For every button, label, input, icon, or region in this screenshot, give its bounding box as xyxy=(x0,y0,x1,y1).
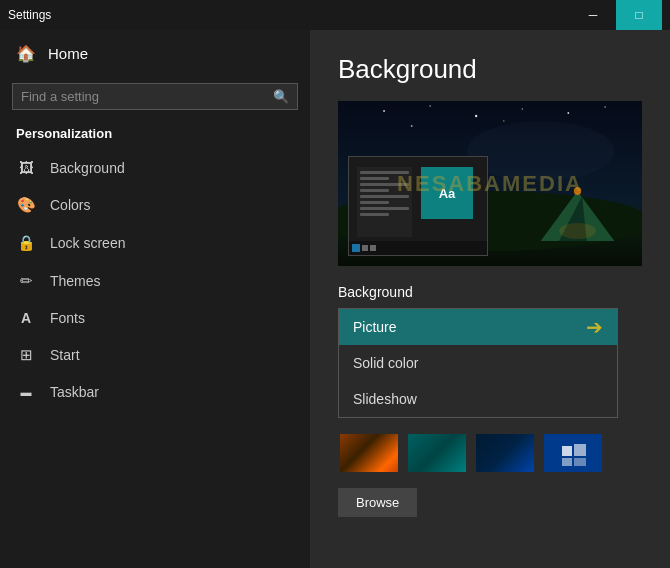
svg-point-5 xyxy=(567,112,569,114)
svg-point-1 xyxy=(383,110,385,112)
svg-point-14 xyxy=(574,187,581,195)
svg-point-3 xyxy=(475,115,477,117)
fonts-icon: A xyxy=(16,310,36,326)
content-area: Background xyxy=(310,30,670,568)
search-icon: 🔍 xyxy=(273,89,289,104)
thumb-image-3 xyxy=(476,434,534,472)
mockup-line-6 xyxy=(360,201,389,204)
home-icon: 🏠 xyxy=(16,44,36,63)
background-icon: 🖼 xyxy=(16,159,36,176)
mockup-line-7 xyxy=(360,207,409,210)
sidebar-item-taskbar[interactable]: ▬ Taskbar xyxy=(0,374,310,410)
svg-point-6 xyxy=(604,106,605,108)
lock-icon: 🔒 xyxy=(16,234,36,252)
thumbnails-row xyxy=(338,432,642,474)
sidebar-item-home[interactable]: 🏠 Home xyxy=(0,30,310,77)
svg-rect-20 xyxy=(574,458,586,466)
sidebar-item-background[interactable]: 🖼 Background xyxy=(0,149,310,186)
mockup-line-5 xyxy=(360,195,409,198)
colors-label: Colors xyxy=(50,197,90,213)
svg-rect-17 xyxy=(562,446,572,456)
taskbar-icon: ▬ xyxy=(16,386,36,398)
themes-label: Themes xyxy=(50,273,101,289)
sidebar: 🏠 Home 🔍 Personalization 🖼 Background 🎨 … xyxy=(0,30,310,568)
section-label: Personalization xyxy=(0,120,310,149)
sidebar-item-colors[interactable]: 🎨 Colors xyxy=(0,186,310,224)
dropdown-option-solid-color[interactable]: Solid color xyxy=(339,345,617,381)
dropdown-menu: Picture ➔ Solid color Slideshow xyxy=(338,308,618,418)
taskbar-label: Taskbar xyxy=(50,384,99,400)
thumbnail-1[interactable] xyxy=(338,432,400,474)
thumb-image-1 xyxy=(340,434,398,472)
mockup-line-4 xyxy=(360,189,389,192)
home-label: Home xyxy=(48,45,88,62)
svg-point-2 xyxy=(429,105,430,107)
dropdown-container: Picture ➔ Solid color Slideshow xyxy=(338,308,618,418)
mockup-taskbar-icons xyxy=(362,245,376,251)
start-icon: ⊞ xyxy=(16,346,36,364)
sidebar-item-lock-screen[interactable]: 🔒 Lock screen xyxy=(0,224,310,262)
search-box[interactable]: 🔍 xyxy=(12,83,298,110)
mockup-taskbar-icon-1 xyxy=(362,245,368,251)
mockup-line-2 xyxy=(360,177,389,180)
mockup-tile: Aa xyxy=(421,167,473,219)
dropdown-option-slideshow[interactable]: Slideshow xyxy=(339,381,617,417)
mockup-theme-panel xyxy=(357,167,412,237)
svg-point-8 xyxy=(411,125,413,127)
mockup-line-1 xyxy=(360,171,409,174)
minimize-button[interactable]: ─ xyxy=(570,0,616,30)
svg-point-7 xyxy=(503,120,504,122)
svg-point-15 xyxy=(559,223,596,239)
page-title: Background xyxy=(338,54,642,85)
themes-icon: ✏ xyxy=(16,272,36,290)
search-input[interactable] xyxy=(21,89,267,104)
arrow-icon: ➔ xyxy=(586,315,603,339)
mockup-taskbar xyxy=(349,241,487,255)
browse-button[interactable]: Browse xyxy=(338,488,417,517)
thumb-image-4 xyxy=(544,434,602,472)
preview-area: Aa NESABAMEDIA xyxy=(338,101,642,266)
sidebar-item-fonts[interactable]: A Fonts xyxy=(0,300,310,336)
start-label: Start xyxy=(50,347,80,363)
background-label: Background xyxy=(50,160,125,176)
background-dropdown-label: Background xyxy=(338,284,642,300)
svg-point-9 xyxy=(467,121,614,181)
svg-rect-19 xyxy=(562,458,572,466)
thumbnail-3[interactable] xyxy=(474,432,536,474)
main-layout: 🏠 Home 🔍 Personalization 🖼 Background 🎨 … xyxy=(0,30,670,568)
fonts-label: Fonts xyxy=(50,310,85,326)
mockup-start-btn xyxy=(352,244,360,252)
lock-screen-label: Lock screen xyxy=(50,235,125,251)
mockup-taskbar-icon-2 xyxy=(370,245,376,251)
desktop-mockup: Aa xyxy=(348,156,488,256)
thumbnail-4[interactable] xyxy=(542,432,604,474)
svg-rect-18 xyxy=(574,444,586,456)
window-controls: ─ □ xyxy=(570,0,662,30)
mockup-line-3 xyxy=(360,183,409,186)
dropdown-option-picture[interactable]: Picture ➔ xyxy=(339,309,617,345)
svg-point-4 xyxy=(522,108,523,110)
mockup-line-8 xyxy=(360,213,389,216)
sidebar-item-start[interactable]: ⊞ Start xyxy=(0,336,310,374)
colors-icon: 🎨 xyxy=(16,196,36,214)
maximize-button[interactable]: □ xyxy=(616,0,662,30)
title-bar: Settings ─ □ xyxy=(0,0,670,30)
thumbnail-2[interactable] xyxy=(406,432,468,474)
thumb-image-2 xyxy=(408,434,466,472)
app-title: Settings xyxy=(8,8,51,22)
sidebar-item-themes[interactable]: ✏ Themes xyxy=(0,262,310,300)
